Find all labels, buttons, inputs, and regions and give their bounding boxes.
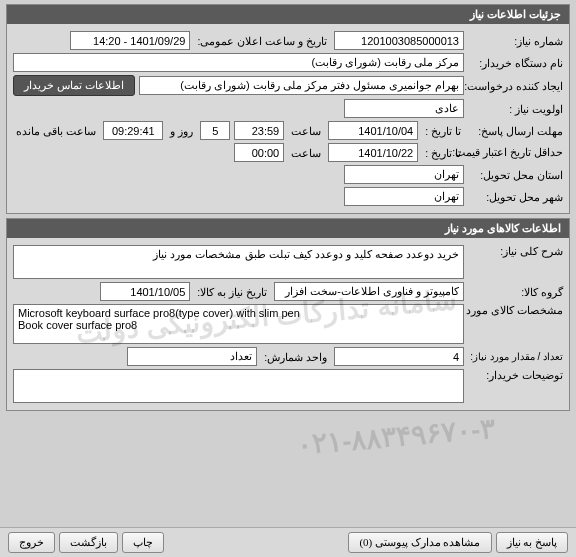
need-no-label: شماره نیاز: <box>468 35 563 47</box>
unit-field[interactable] <box>127 347 257 366</box>
requester-label: ایجاد کننده درخواست: <box>468 80 563 92</box>
back-button[interactable]: بازگشت <box>59 532 118 553</box>
footer-bar: پاسخ به نیاز مشاهده مدارک پیوستی (0) چاپ… <box>0 527 576 557</box>
need-date-field[interactable] <box>100 282 190 301</box>
spec-field[interactable] <box>13 304 464 344</box>
buyer-notes-field[interactable] <box>13 369 464 403</box>
priority-label: اولویت نیاز : <box>468 103 563 115</box>
time2-label: ساعت <box>288 147 324 159</box>
announce-label: تاریخ و ساعت اعلان عمومی: <box>194 35 330 47</box>
desc-label: شرح کلی نیاز: <box>468 245 563 257</box>
time1-label: ساعت <box>288 125 324 137</box>
goods-info-panel: اطلاعات کالاهای مورد نیاز شرح کلی نیاز: … <box>6 218 570 411</box>
attachments-button[interactable]: مشاهده مدارک پیوستی (0) <box>348 532 491 553</box>
need-details-panel: جزئیات اطلاعات نیاز شماره نیاز: تاریخ و … <box>6 4 570 214</box>
group-label: گروه کالا: <box>468 286 563 298</box>
price-validity-label: حداقل تاریخ اعتبار قیمت: <box>468 147 563 159</box>
city-field[interactable] <box>344 187 464 206</box>
buyer-org-field[interactable] <box>13 53 464 72</box>
to-date1-label: تا تاریخ : <box>422 125 464 137</box>
spec-label: مشخصات کالای مورد نیاز: <box>468 304 563 316</box>
group-field[interactable] <box>274 282 464 301</box>
buyer-notes-label: توضیحات خریدار: <box>468 369 563 381</box>
unit-label: واحد شمارش: <box>261 351 330 363</box>
province-label: استان محل تحویل: <box>468 169 563 181</box>
desc-field[interactable] <box>13 245 464 279</box>
need-date-label: تاریخ نیاز به کالا: <box>194 286 270 298</box>
exit-button[interactable]: خروج <box>8 532 55 553</box>
announce-field[interactable] <box>70 31 190 50</box>
days-and-label: روز و <box>167 125 196 137</box>
buyer-org-label: نام دستگاه خریدار: <box>468 57 563 69</box>
qty-field[interactable] <box>334 347 464 366</box>
panel1-header: جزئیات اطلاعات نیاز <box>7 5 569 24</box>
priority-field[interactable] <box>344 99 464 118</box>
qty-label: تعداد / مقدار مورد نیاز: <box>468 351 563 362</box>
watermark-phone: ۰۲۱-۸۸۳۴۹۶۷۰-۳ <box>296 411 497 461</box>
print-button[interactable]: چاپ <box>122 532 164 553</box>
deadline-date-field[interactable] <box>328 121 418 140</box>
respond-button[interactable]: پاسخ به نیاز <box>496 532 569 553</box>
buyer-contact-button[interactable]: اطلاعات تماس خریدار <box>13 75 135 96</box>
requester-field[interactable] <box>139 76 465 95</box>
countdown-field <box>103 121 163 140</box>
panel2-header: اطلاعات کالاهای مورد نیاز <box>7 219 569 238</box>
deadline-time-field[interactable] <box>234 121 284 140</box>
city-label: شهر محل تحویل: <box>468 191 563 203</box>
deadline-label: مهلت ارسال پاسخ: <box>468 125 563 137</box>
need-no-field[interactable] <box>334 31 464 50</box>
days-field[interactable] <box>200 121 230 140</box>
price-validity-time-field[interactable] <box>234 143 284 162</box>
remain-label: ساعت باقی مانده <box>13 125 99 137</box>
to-date2-label: تا تاریخ : <box>422 147 464 159</box>
province-field[interactable] <box>344 165 464 184</box>
price-validity-date-field[interactable] <box>328 143 418 162</box>
